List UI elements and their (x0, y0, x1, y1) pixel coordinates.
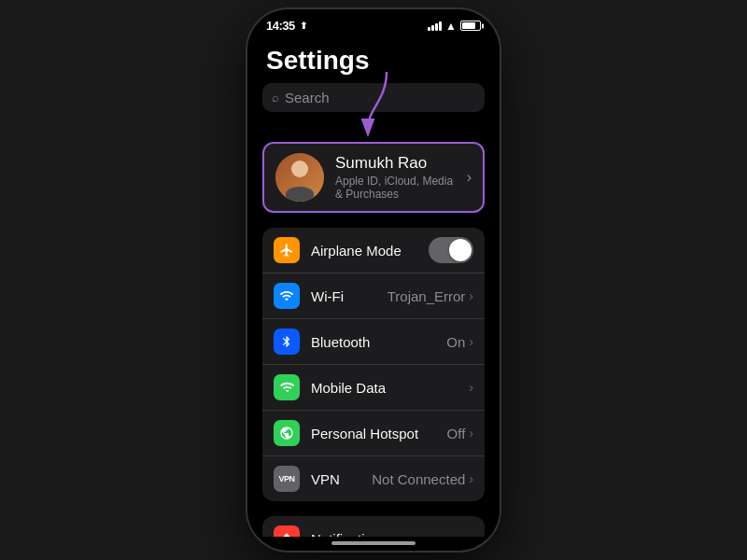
notifications-item[interactable]: Notifications › (262, 516, 485, 537)
vpn-item[interactable]: VPN VPN Not Connected › (262, 456, 485, 501)
wifi-label: Wi-Fi (311, 288, 388, 304)
bluetooth-value: On (446, 334, 465, 350)
wifi-chevron-icon: › (469, 288, 473, 303)
location-icon: ⬆ (300, 21, 307, 31)
status-bar-left: 14:35 ⬆ (266, 19, 307, 33)
profile-section[interactable]: Sumukh Rao Apple ID, iCloud, Media & Pur… (262, 142, 485, 213)
phone-frame: 14:35 ⬆ ▲ Settings ⌕ Search (247, 9, 500, 551)
home-indicator (331, 541, 416, 545)
search-placeholder: Search (285, 90, 330, 105)
hotspot-icon (274, 420, 300, 446)
time-label: 14:35 (266, 19, 295, 33)
bluetooth-icon (274, 329, 300, 355)
airplane-mode-item[interactable]: Airplane Mode (262, 228, 485, 273)
mobile-data-label: Mobile Data (311, 380, 469, 396)
status-bar: 14:35 ⬆ ▲ (247, 9, 500, 36)
airplane-mode-label: Airplane Mode (311, 243, 429, 259)
wifi-setting-icon (274, 283, 300, 309)
airplane-mode-icon (274, 237, 300, 263)
bluetooth-label: Bluetooth (311, 334, 446, 350)
page-title: Settings (247, 36, 500, 83)
battery-icon (460, 21, 481, 31)
bluetooth-chevron-icon: › (469, 334, 473, 349)
profile-chevron-icon: › (467, 169, 472, 186)
bluetooth-item[interactable]: Bluetooth On › (262, 319, 485, 365)
notifications-label: Notifications (311, 531, 469, 538)
notifications-chevron-icon: › (469, 531, 473, 537)
hotspot-label: Personal Hotspot (311, 426, 447, 441)
search-bar[interactable]: ⌕ Search (262, 83, 485, 112)
vpn-icon: VPN (274, 466, 300, 492)
notifications-icon (274, 525, 300, 537)
vpn-label: VPN (311, 471, 372, 487)
screen: Settings ⌕ Search (247, 36, 500, 537)
mobile-data-chevron-icon: › (469, 380, 473, 395)
hotspot-value: Off (447, 426, 466, 441)
airplane-mode-toggle[interactable] (429, 237, 473, 263)
mobile-data-item[interactable]: Mobile Data › (262, 365, 485, 411)
connectivity-group: Airplane Mode Wi-Fi Trojan_Error › (262, 228, 485, 501)
profile-name: Sumukh Rao (335, 154, 456, 173)
avatar (275, 153, 324, 202)
wifi-value: Trojan_Error (388, 288, 466, 304)
wifi-icon: ▲ (445, 20, 457, 33)
profile-subtitle: Apple ID, iCloud, Media & Purchases (335, 175, 456, 201)
wifi-item[interactable]: Wi-Fi Trojan_Error › (262, 273, 485, 319)
status-icons: ▲ (428, 20, 481, 33)
search-icon: ⌕ (272, 91, 279, 105)
general-group: Notifications › Sounds & Haptics › (262, 516, 485, 537)
hotspot-chevron-icon: › (469, 426, 473, 441)
hotspot-item[interactable]: Personal Hotspot Off › (262, 411, 485, 456)
vpn-value: Not Connected (372, 471, 465, 487)
signal-icon (428, 21, 442, 31)
mobile-data-icon (274, 374, 300, 400)
profile-info: Sumukh Rao Apple ID, iCloud, Media & Pur… (335, 154, 456, 201)
vpn-chevron-icon: › (469, 471, 473, 486)
